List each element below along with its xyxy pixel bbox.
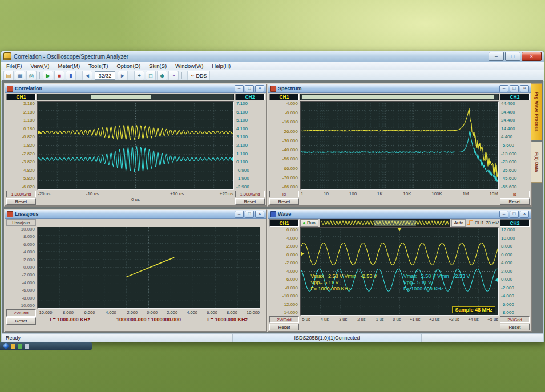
axis-tick: -3.820 (22, 160, 35, 164)
spectrum-minimize-button[interactable]: – (499, 85, 508, 92)
maximize-button[interactable]: □ (505, 52, 520, 61)
dds-button[interactable]: ~ DDS (187, 71, 210, 80)
window-title: Correlation - Oscilloscope/Spectrum Anal… (14, 54, 487, 60)
axis-tick: 1.100 (236, 152, 248, 156)
wave-minimize-button[interactable]: – (499, 211, 508, 218)
correlation-ch1-label: CH1 (6, 94, 36, 100)
axis-tick: 4.100 (236, 127, 248, 131)
persist-display-icon[interactable]: ◆ (157, 71, 167, 80)
lissajous-y-axis: 10.0008.0006.0004.0002.0000.000-2.000-4.… (6, 227, 37, 309)
measurement-line: Vmax= 2.58 V Vmin= -2.53 V (403, 273, 470, 280)
taskbar-app-icon[interactable] (18, 344, 22, 349)
correlation-waveform (38, 102, 233, 189)
cursor-icon[interactable]: + (134, 71, 144, 80)
tab-f1-data[interactable]: F(1) Data (531, 142, 542, 183)
fft-icon[interactable]: ~ (168, 71, 179, 80)
stop-icon[interactable]: ■ (54, 71, 64, 80)
axis-tick: 0.000 (501, 277, 512, 282)
correlation-window: Correlation – □ × CH1 CH2 3.1802.1801.18… (4, 83, 267, 207)
menu-option[interactable]: Option(O) (116, 63, 141, 69)
titlebar[interactable]: Correlation - Oscilloscope/Spectrum Anal… (1, 51, 544, 62)
correlation-ch2-reset-button[interactable]: Reset (235, 198, 265, 205)
lissajous-maximize-button[interactable]: □ (245, 211, 254, 218)
menu-file[interactable]: File(F) (6, 63, 22, 69)
spectrum-ch1-reset-button[interactable]: Reset (269, 198, 299, 205)
x-tick: -10 us (86, 191, 99, 196)
axis-tick: 8.000 (501, 244, 512, 249)
correlation-maximize-button[interactable]: □ (245, 85, 254, 92)
spectrum-plot (300, 101, 499, 190)
taskbar-app-icon-2[interactable] (25, 344, 29, 349)
axis-tick: -4.820 (22, 168, 35, 173)
axis-tick: -46.000 (282, 148, 298, 152)
x-tick: +2 us (429, 317, 440, 322)
lissajous-minimize-button[interactable]: – (235, 211, 244, 218)
wave-preview-strip[interactable] (320, 219, 450, 227)
spectrum-close-button[interactable]: × (520, 85, 529, 92)
menu-window[interactable]: Window(W) (175, 63, 204, 69)
save-icon[interactable]: ▦ (15, 71, 25, 80)
axis-tick: 34.400 (501, 110, 515, 115)
single-capture-icon[interactable]: ▮ (66, 71, 76, 80)
wave-preview-window[interactable] (374, 220, 415, 226)
axis-tick: -0.900 (236, 168, 249, 173)
minimize-button[interactable]: – (489, 52, 504, 61)
lissajous-close-button[interactable]: × (255, 211, 264, 218)
correlation-minimize-button[interactable]: – (235, 85, 244, 92)
spectrum-ch2-reset-button[interactable]: Reset (500, 198, 530, 205)
wave-maximize-button[interactable]: □ (510, 211, 519, 218)
axis-tick: 3.180 (23, 102, 35, 106)
spectrum-scroll-thumb[interactable] (302, 95, 494, 99)
open-icon[interactable]: ▤ (3, 71, 14, 80)
lissajous-frequency-readout: F= 1000.000 KHz 1000000.000 : 1000000.00… (37, 316, 261, 323)
snapshot-icon[interactable]: ◎ (26, 71, 37, 80)
axis-tick: 12.000 (501, 228, 515, 232)
grid-display-icon[interactable]: □ (146, 71, 156, 80)
correlation-close-button[interactable]: × (255, 85, 264, 92)
run-button[interactable]: Run (300, 219, 318, 227)
x-tick: -2 us (356, 317, 366, 322)
spectrum-scroll-strip[interactable] (300, 94, 499, 100)
correlation-scroll-thumb[interactable] (91, 95, 151, 99)
next-frame-icon[interactable]: ► (118, 71, 128, 80)
taskbar-folder-icon[interactable] (11, 344, 15, 349)
menu-view[interactable]: View(V) (30, 63, 50, 69)
close-button[interactable]: × (522, 52, 542, 61)
start-button-icon[interactable] (3, 343, 9, 349)
correlation-ch2-axis: 7.1006.1005.1004.1003.1002.1001.1000.100… (235, 101, 265, 190)
x-tick: 0 us (393, 317, 401, 322)
taskbar[interactable] (0, 342, 92, 350)
lissajous-reset-button[interactable]: Reset (6, 317, 36, 325)
wave-ch1-reset-button[interactable]: Reset (269, 324, 299, 330)
correlation-plot (37, 101, 234, 190)
wave-titlebar[interactable]: Wave – □ × (268, 210, 531, 219)
axis-tick: -10.000 (282, 294, 298, 298)
trigger-mode-button[interactable]: Auto (451, 219, 465, 227)
menu-tools[interactable]: Tools(T) (88, 63, 108, 69)
x-tick: -4 us (319, 317, 329, 322)
tab-prg-wave-process[interactable]: Prg Wave Process (531, 83, 542, 140)
x-tick: -10.000 (38, 310, 52, 315)
correlation-titlebar[interactable]: Correlation – □ × (5, 84, 266, 93)
axis-tick: 3.100 (236, 135, 248, 139)
axis-tick: 2.180 (23, 110, 35, 115)
wave-close-button[interactable]: × (520, 211, 529, 218)
ch2-measurements: Vmax= 2.58 V Vmin= -2.53 VVpp= 5.11 VF= … (403, 273, 470, 292)
status-spacer (422, 334, 543, 342)
wave-ch2-reset-button[interactable]: Reset (500, 324, 530, 330)
correlation-ch1-reset-button[interactable]: Reset (6, 198, 36, 205)
menu-skin[interactable]: Skin(S) (148, 63, 167, 69)
axis-tick: -55.600 (501, 185, 516, 189)
wave-plot: Vmax= 2.58 V Vmin= -2.53 VVpp= 5.11 VF= … (300, 227, 499, 316)
menu-meter[interactable]: Meter(M) (58, 63, 81, 69)
lissajous-right-spacer (261, 227, 265, 309)
correlation-scroll-strip[interactable] (37, 94, 234, 100)
spectrum-titlebar[interactable]: Spectrum – □ × (268, 84, 531, 93)
spectrum-maximize-button[interactable]: □ (510, 85, 519, 92)
lissajous-titlebar[interactable]: Lissajous – □ × (5, 210, 266, 219)
axis-tick: 8.000 (23, 235, 35, 239)
menu-help[interactable]: Help(H) (211, 63, 231, 69)
run-icon[interactable]: ▶ (43, 71, 53, 80)
x-tick: 8.000 (227, 310, 237, 315)
prev-frame-icon[interactable]: ◄ (82, 71, 92, 80)
